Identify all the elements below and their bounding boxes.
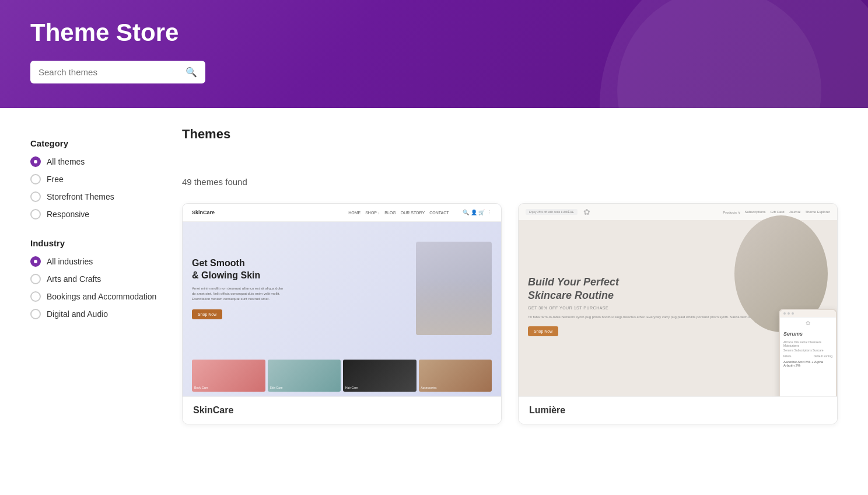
industry-all-label: All industries — [47, 257, 93, 266]
radio-all-industries-icon — [30, 256, 41, 267]
category-storefront[interactable]: Storefront Themes — [30, 191, 159, 202]
industry-digital[interactable]: Digital and Audio — [30, 309, 159, 319]
thumb-haircare-label: Hair Care — [345, 386, 358, 389]
main-content: Category All themes Free Storefront Them… — [0, 108, 868, 443]
industry-bookings-label: Bookings and Accommodation — [47, 292, 156, 301]
industry-arts-label: Arts and Crafts — [47, 274, 101, 284]
lumiere-mobile-item-4: Ascorbic Acid 8% + AlphaArbutin 2% — [783, 360, 832, 367]
thumb-bodycare: Body Care — [192, 360, 265, 392]
theme-card-skincare[interactable]: SkinCare HOMESHOP ↓BLOGOUR STORYCONTACT … — [182, 203, 502, 424]
industry-bookings[interactable]: Bookings and Accommodation — [30, 291, 159, 302]
skincare-thumbnails: Body Care Skin Care Hair Care Accessorie… — [183, 355, 501, 396]
lumiere-shop-button[interactable]: Shop Now — [528, 326, 558, 336]
lumiere-logo: ✿ — [583, 207, 590, 217]
sidebar: Category All themes Free Storefront Them… — [30, 127, 159, 424]
industry-title: Industry — [30, 238, 159, 248]
search-input[interactable] — [38, 67, 186, 77]
skincare-nav-items: HOMESHOP ↓BLOGOUR STORYCONTACT — [348, 211, 449, 215]
industry-arts[interactable]: Arts and Crafts — [30, 274, 159, 284]
lumiere-mobile-item-2: Serums Subscriptions Suncare — [783, 348, 832, 352]
search-icon[interactable]: 🔍 — [186, 67, 197, 78]
lumiere-main-area: Enjoy 25% off with code LUMIÈRE ✿ Produc… — [519, 204, 837, 396]
themes-found-count: 49 themes found — [182, 177, 838, 187]
radio-arts-icon — [30, 274, 41, 284]
skincare-body: Get Smooth& Glowing Skin Amet minim moll… — [183, 222, 501, 355]
themes-grid: SkinCare HOMESHOP ↓BLOGOUR STORYCONTACT … — [182, 203, 838, 424]
thumb-bodycare-label: Body Care — [194, 386, 208, 389]
lumiere-banner: Enjoy 25% off with code LUMIÈRE ✿ Produc… — [519, 204, 837, 396]
radio-digital-icon — [30, 309, 41, 319]
lumiere-mobile-header — [780, 310, 836, 318]
lumiere-mobile-preview: ✿ Serums All face Oils Facial Cleansers … — [779, 309, 837, 396]
lumiere-card-footer: Lumière — [519, 396, 837, 424]
skincare-shop-button[interactable]: Shop Now — [192, 309, 222, 319]
theme-card-lumiere[interactable]: Enjoy 25% off with code LUMIÈRE ✿ Produc… — [518, 203, 838, 424]
category-all-themes-label: All themes — [47, 157, 85, 166]
thumb-skincare: Skin Care — [268, 360, 341, 392]
category-free-label: Free — [47, 175, 64, 184]
skincare-model-image — [416, 242, 492, 335]
skincare-para: Amet minim mollit non deserunt ullamco e… — [192, 286, 407, 302]
category-storefront-label: Storefront Themes — [47, 192, 114, 201]
skincare-text: Get Smooth& Glowing Skin Amet minim moll… — [192, 257, 407, 320]
lumiere-mobile-item-3: FiltersDefault sorting — [783, 354, 832, 358]
category-title: Category — [30, 138, 159, 148]
radio-free-icon — [30, 174, 41, 184]
category-all-themes[interactable]: All themes — [30, 156, 159, 167]
thumb-accessories: Accessories — [419, 360, 492, 392]
skincare-nav: SkinCare HOMESHOP ↓BLOGOUR STORYCONTACT … — [183, 204, 501, 222]
category-responsive[interactable]: Responsive — [30, 209, 159, 219]
skincare-heading: Get Smooth& Glowing Skin — [192, 257, 407, 282]
lumiere-mobile-item-1: All face Oils Facial Cleansers Moisturiz… — [783, 340, 832, 347]
content-area: Themes 49 themes found SkinCare HOMESHOP… — [182, 127, 838, 424]
lumiere-dot-2 — [788, 312, 790, 315]
industry-digital-label: Digital and Audio — [47, 309, 108, 319]
lumiere-nav-items: Products ∨ Subscriptions Gift Card Journ… — [723, 210, 830, 214]
page-header: Theme Store 🔍 — [0, 0, 868, 108]
themes-heading: Themes — [182, 127, 838, 142]
page-title: Theme Store — [30, 19, 838, 47]
radio-storefront-icon — [30, 191, 41, 202]
industry-section: Industry All industries Arts and Crafts … — [30, 238, 159, 319]
radio-bookings-icon — [30, 291, 41, 302]
lumiere-dot-1 — [783, 312, 786, 315]
category-section: Category All themes Free Storefront Them… — [30, 138, 159, 219]
skincare-card-footer: SkinCare — [183, 396, 501, 424]
category-free[interactable]: Free — [30, 174, 159, 184]
category-responsive-label: Responsive — [47, 210, 89, 219]
lumiere-mobile-items: All face Oils Facial Cleansers Moisturiz… — [780, 339, 836, 369]
lumiere-mobile-title: Serums — [780, 329, 836, 339]
thumb-accessories-label: Accessories — [421, 386, 437, 389]
skincare-theme-name: SkinCare — [193, 405, 491, 416]
thumb-skincare-label: Skin Care — [270, 386, 283, 389]
skincare-preview: SkinCare HOMESHOP ↓BLOGOUR STORYCONTACT … — [183, 204, 501, 396]
lumiere-theme-name: Lumière — [529, 405, 827, 416]
search-bar[interactable]: 🔍 — [30, 61, 205, 83]
lumiere-preview: Enjoy 25% off with code LUMIÈRE ✿ Produc… — [519, 204, 837, 396]
radio-all-themes-icon — [30, 156, 41, 167]
industry-all[interactable]: All industries — [30, 256, 159, 267]
radio-responsive-icon — [30, 209, 41, 219]
skincare-brand: SkinCare — [192, 210, 215, 215]
lumiere-badge: Enjoy 25% off with code LUMIÈRE — [526, 209, 578, 215]
lumiere-dot-3 — [792, 312, 794, 315]
lumiere-mobile-logo: ✿ — [780, 320, 836, 326]
thumb-haircare: Hair Care — [343, 360, 416, 392]
